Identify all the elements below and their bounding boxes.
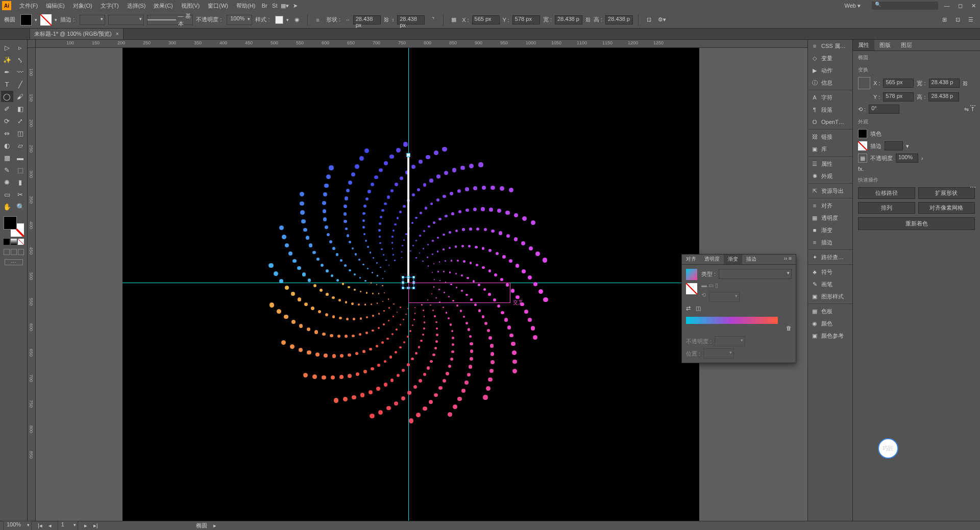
props-h-input[interactable]: 28.438 p (928, 92, 959, 102)
appearance-more-icon[interactable]: ⋯ (970, 184, 976, 191)
minimize-icon[interactable]: — (942, 2, 951, 9)
float-tab-stroke[interactable]: 描边 (742, 255, 761, 264)
artboard-nav-prev-icon[interactable]: ◂ (48, 522, 52, 529)
dock-item[interactable]: ▣颜色参考 (808, 330, 852, 342)
perspective-tool-icon[interactable]: ▱ (14, 140, 27, 151)
blend-tool-icon[interactable]: ⬚ (14, 164, 27, 175)
horizontal-ruler[interactable]: 1001502002503003504004505005506006507007… (36, 40, 807, 48)
stop-location-input[interactable] (703, 348, 734, 359)
eraser-tool-icon[interactable]: ◧ (14, 103, 27, 114)
dock-item[interactable]: ▣库 (808, 143, 852, 155)
dock-item[interactable]: ⓘ信息 (808, 77, 852, 89)
stock-icon[interactable]: St (270, 1, 280, 11)
stock-search-input[interactable]: 🔍 (872, 2, 938, 10)
selection-tool-icon[interactable]: ▷ (1, 42, 13, 53)
ellipse-tool-icon[interactable]: ◯ (1, 91, 13, 102)
shape-h-input[interactable]: 28.438 px (397, 15, 425, 24)
menu-edit[interactable]: 编辑(E) (42, 2, 69, 10)
y-input[interactable]: 578 px (512, 15, 540, 24)
x-input[interactable]: 565 px (472, 15, 500, 24)
offset-path-button[interactable]: 位移路径 (858, 187, 915, 199)
tab-properties[interactable]: 属性 (853, 40, 874, 51)
artboard-nav-first-icon[interactable]: |◂ (38, 522, 42, 529)
mesh-tool-icon[interactable]: ▦ (1, 152, 13, 163)
lasso-tool-icon[interactable]: ⤣ (14, 54, 27, 65)
artboard-nav-last-icon[interactable]: ▸| (93, 522, 98, 529)
snap-point-icon[interactable]: ⊡ (952, 15, 963, 25)
dock-item[interactable]: ≡对齐 (808, 199, 852, 212)
color-proxy[interactable] (4, 216, 24, 237)
snap-pixel-icon[interactable]: ⊞ (939, 15, 949, 25)
gradient-angle-input[interactable] (709, 292, 740, 302)
dock-item[interactable]: ♣符号 (808, 266, 852, 278)
dock-item[interactable]: ◉颜色 (808, 317, 852, 330)
blend-end-top[interactable] (406, 153, 410, 157)
props-stroke-swatch[interactable] (858, 141, 867, 150)
props-y-input[interactable]: 578 px (883, 92, 914, 102)
props-opacity-input[interactable]: 100% (896, 154, 918, 163)
recolor-icon[interactable]: ◉ (292, 15, 302, 25)
color-mode-switches[interactable] (4, 239, 24, 245)
bridge-icon[interactable]: Br (259, 1, 270, 11)
stop-opacity-input[interactable] (715, 336, 745, 346)
align-pixel-button[interactable]: 对齐像素网格 (918, 202, 975, 214)
style-swatch[interactable] (275, 16, 283, 24)
tab-close-icon[interactable]: × (116, 31, 119, 37)
dock-item[interactable]: ✎画笔 (808, 278, 852, 290)
dock-item[interactable]: ✦路径查… (808, 251, 852, 263)
menu-view[interactable]: 视图(V) (177, 2, 204, 10)
gradient-slider[interactable] (686, 317, 778, 324)
reference-point-icon[interactable] (858, 77, 870, 89)
aspect-ratio-icon[interactable]: ◫ (696, 305, 701, 312)
workspace-switcher[interactable]: Web ▾ (838, 3, 868, 9)
dock-item[interactable]: ▣图形样式 (808, 290, 852, 302)
w-input[interactable]: 28.438 p (555, 15, 582, 24)
zoom-level-dropdown[interactable]: 100% (3, 521, 32, 531)
tab-layers2[interactable]: 图层 (896, 40, 917, 51)
type-tool-icon[interactable]: T (1, 79, 13, 90)
ruler-origin[interactable] (28, 40, 36, 48)
gradient-tool-icon[interactable]: ▬ (14, 152, 27, 163)
float-tab-align[interactable]: 对齐 (682, 255, 700, 264)
rotate-tool-icon[interactable]: ⟳ (1, 115, 13, 127)
stroke-weight-input[interactable] (80, 15, 105, 25)
float-tab-gradient[interactable]: 渐变 (724, 255, 742, 264)
dock-item[interactable]: ◇变量 (808, 52, 852, 64)
expand-shape-button[interactable]: 扩展形状 (918, 187, 975, 199)
maximize-icon[interactable]: ◻ (955, 2, 965, 9)
stroke-variable-width-dropdown[interactable] (108, 15, 144, 25)
dock-item[interactable]: ▦色板 (808, 305, 852, 317)
slice-tool-icon[interactable]: ✂ (14, 189, 27, 200)
stroke-swatch[interactable] (40, 14, 52, 26)
props-x-input[interactable]: 565 px (883, 79, 914, 88)
artboard-number-input[interactable]: 1 (58, 521, 78, 531)
edit-toolbar-icon[interactable]: ⋯ (5, 259, 23, 265)
pref-icon[interactable]: ⚙▾ (657, 15, 667, 25)
dock-item[interactable]: ⇱资源导出 (808, 185, 852, 197)
opacity-icon[interactable]: ▦ (858, 154, 867, 163)
menu-help[interactable]: 帮助(H) (232, 2, 259, 10)
zoom-tool-icon[interactable]: 🔍 (14, 201, 27, 212)
dock-item[interactable]: ■渐变 (808, 224, 852, 236)
shape-w-input[interactable]: 28.438 px (353, 15, 381, 24)
fill-proxy[interactable] (4, 216, 17, 230)
gradient-panel[interactable]: 对齐 透明度 渐变 描边 ›› ≡ 类型 : ▬ ▭ ▯ ⟲ (681, 254, 796, 363)
menu-type[interactable]: 文字(T) (96, 2, 123, 10)
transform-icon[interactable]: ▦ (449, 15, 459, 25)
hand-tool-icon[interactable]: ✋ (1, 201, 13, 212)
props-fill-swatch[interactable] (858, 129, 867, 138)
collapse-icon[interactable]: ›› ≡ (780, 255, 796, 264)
delete-stop-icon[interactable]: 🗑 (786, 325, 792, 331)
dock-item[interactable]: ¶段落 (808, 104, 852, 116)
dock-item[interactable]: A字符 (808, 91, 852, 104)
align-icon[interactable]: ≡ (313, 15, 323, 25)
shaper-tool-icon[interactable]: ✐ (1, 103, 13, 114)
shape-builder-tool-icon[interactable]: ◐ (1, 140, 13, 151)
vertical-ruler[interactable]: 1001502002503003504004505005506006507007… (28, 48, 36, 521)
gpu-icon[interactable]: ➤ (290, 1, 300, 11)
panel-menu-icon[interactable]: ☰ (966, 15, 976, 25)
dock-item[interactable]: ≡描边 (808, 236, 852, 248)
tab-layers1[interactable]: 图版 (874, 40, 896, 51)
line-tool-icon[interactable]: ╱ (14, 79, 27, 90)
transform-more-icon[interactable]: ⋯ (970, 102, 976, 109)
